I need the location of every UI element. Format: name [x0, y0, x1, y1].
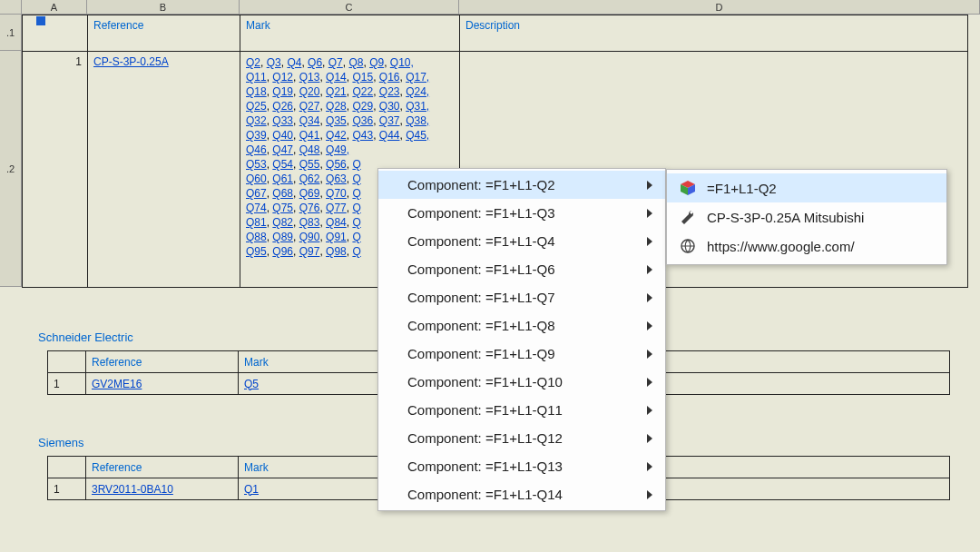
context-menu-item[interactable]: Component: =F1+L1-Q13 [378, 452, 665, 480]
mark-link[interactable]: Q31, [406, 100, 429, 113]
mark-link[interactable]: Q61 [272, 172, 293, 185]
mark-link[interactable]: Q5 [244, 378, 259, 390]
mark-link[interactable]: Q77 [326, 202, 347, 214]
mark-link[interactable]: Q10, [390, 56, 414, 69]
mark-link[interactable]: Q4 [287, 56, 301, 69]
mark-link[interactable]: Q70 [326, 187, 347, 200]
mark-link[interactable]: Q17, [406, 71, 429, 84]
mark-link[interactable]: Q60 [246, 172, 267, 185]
mark-link[interactable]: Q76 [299, 202, 320, 214]
mark-link[interactable]: Q39 [246, 129, 267, 142]
mark-link[interactable]: Q56 [326, 158, 347, 171]
mark-link[interactable]: Q54 [272, 158, 293, 171]
mark-link[interactable]: Q [352, 172, 360, 185]
mark-link[interactable]: Q7 [328, 56, 343, 69]
mark-link[interactable]: Q47 [272, 143, 293, 156]
mark-link[interactable]: Q49, [326, 143, 349, 156]
reference-link[interactable]: 3RV2011-0BA10 [92, 483, 173, 496]
mark-link[interactable]: Q26 [272, 100, 293, 113]
col-header-c[interactable]: C [240, 0, 459, 14]
mark-link[interactable]: Q22 [352, 85, 373, 98]
mark-link[interactable]: Q55 [299, 158, 320, 171]
context-menu-item[interactable]: Component: =F1+L1-Q11 [378, 396, 665, 424]
mark-link[interactable]: Q6 [308, 56, 322, 69]
col-header-b[interactable]: B [87, 0, 240, 14]
mark-link[interactable]: Q8 [348, 56, 363, 69]
context-menu-item[interactable]: Component: =F1+L1-Q2 [378, 171, 665, 199]
col-header-a[interactable]: A [22, 0, 87, 14]
mark-link[interactable]: Q21 [326, 85, 347, 98]
mark-link[interactable]: Q91 [326, 231, 347, 243]
mark-link[interactable]: Q83 [299, 216, 320, 229]
mark-link[interactable]: Q42 [326, 129, 347, 142]
submenu-item-component[interactable]: =F1+L1-Q2 [667, 173, 946, 202]
mark-link[interactable]: Q88 [246, 231, 267, 243]
mark-link[interactable]: Q28 [326, 100, 347, 113]
mark-link[interactable]: Q25 [246, 100, 267, 113]
mark-link[interactable]: Q41 [299, 129, 320, 142]
context-menu-item[interactable]: Component: =F1+L1-Q8 [378, 311, 665, 340]
mark-link[interactable]: Q [352, 202, 360, 214]
mark-link[interactable]: Q63 [326, 172, 347, 185]
row-header-2[interactable]: .2 [0, 51, 22, 287]
col-header-d[interactable]: D [459, 0, 980, 14]
mark-link[interactable]: Q36 [352, 114, 373, 127]
mark-link[interactable]: Q37 [379, 114, 400, 127]
mark-link[interactable]: Q33 [272, 114, 293, 127]
mark-link[interactable]: Q15 [352, 71, 373, 84]
mark-link[interactable]: Q1 [244, 483, 259, 496]
mark-link[interactable]: Q90 [299, 231, 320, 243]
mark-link[interactable]: Q14 [326, 71, 347, 84]
submenu-item-part[interactable]: CP-S-3P-0.25A Mitsubishi [667, 202, 946, 232]
mark-link[interactable]: Q [352, 216, 360, 229]
mark-link[interactable]: Q53 [246, 158, 267, 171]
context-menu[interactable]: Component: =F1+L1-Q2Component: =F1+L1-Q3… [377, 168, 666, 511]
mark-link[interactable]: Q40 [272, 129, 293, 142]
mark-link[interactable]: Q96 [272, 245, 293, 258]
mark-link[interactable]: Q11 [246, 71, 267, 84]
mark-link[interactable]: Q35 [326, 114, 347, 127]
mark-link[interactable]: Q [352, 158, 360, 171]
mark-link[interactable]: Q29 [352, 100, 373, 113]
mark-link[interactable]: Q30 [379, 100, 400, 113]
mark-link[interactable]: Q19 [272, 85, 293, 98]
mark-link[interactable]: Q98 [326, 245, 347, 258]
mark-link[interactable]: Q16 [379, 71, 400, 84]
context-menu-item[interactable]: Component: =F1+L1-Q12 [378, 424, 665, 452]
mark-link[interactable]: Q82 [272, 216, 293, 229]
mark-link[interactable]: Q [352, 187, 360, 200]
context-submenu[interactable]: =F1+L1-Q2 CP-S-3P-0.25A Mitsubishi https… [666, 169, 947, 265]
context-menu-item[interactable]: Component: =F1+L1-Q6 [378, 255, 665, 283]
cell-reference[interactable]: GV2ME16 [86, 373, 239, 395]
reference-link[interactable]: CP-S-3P-0.25A [93, 55, 169, 68]
mark-link[interactable]: Q62 [299, 172, 320, 185]
cell-reference[interactable]: CP-S-3P-0.25A [88, 52, 240, 288]
reference-link[interactable]: GV2ME16 [92, 378, 142, 390]
context-menu-item[interactable]: Component: =F1+L1-Q9 [378, 340, 665, 368]
mark-link[interactable]: Q [352, 245, 360, 258]
mark-link[interactable]: Q67 [246, 187, 267, 200]
context-menu-item[interactable]: Component: =F1+L1-Q3 [378, 199, 665, 227]
mark-link[interactable]: Q43 [352, 129, 373, 142]
mark-link[interactable]: Q48 [299, 143, 320, 156]
mark-link[interactable]: Q13 [299, 71, 320, 84]
mark-link[interactable]: Q74 [246, 202, 267, 214]
mark-link[interactable]: Q32 [246, 114, 267, 127]
mark-link[interactable]: Q68 [272, 187, 293, 200]
cell-reference[interactable]: 3RV2011-0BA10 [86, 478, 239, 500]
context-menu-item[interactable]: Component: =F1+L1-Q7 [378, 283, 665, 311]
context-menu-item[interactable]: Component: =F1+L1-Q10 [378, 368, 665, 396]
mark-link[interactable]: Q81 [246, 216, 267, 229]
mark-link[interactable]: Q3 [267, 56, 281, 69]
row-header-1[interactable]: .1 [0, 15, 22, 51]
mark-link[interactable]: Q69 [299, 187, 320, 200]
mark-link[interactable]: Q27 [299, 100, 320, 113]
cell-selector[interactable] [36, 16, 45, 25]
mark-link[interactable]: Q9 [369, 56, 384, 69]
mark-link[interactable]: Q20 [299, 85, 320, 98]
mark-link[interactable]: Q95 [246, 245, 267, 258]
mark-link[interactable]: Q89 [272, 231, 293, 243]
mark-link[interactable]: Q75 [272, 202, 293, 214]
mark-link[interactable]: Q12 [272, 71, 293, 84]
mark-link[interactable]: Q38, [406, 114, 429, 127]
